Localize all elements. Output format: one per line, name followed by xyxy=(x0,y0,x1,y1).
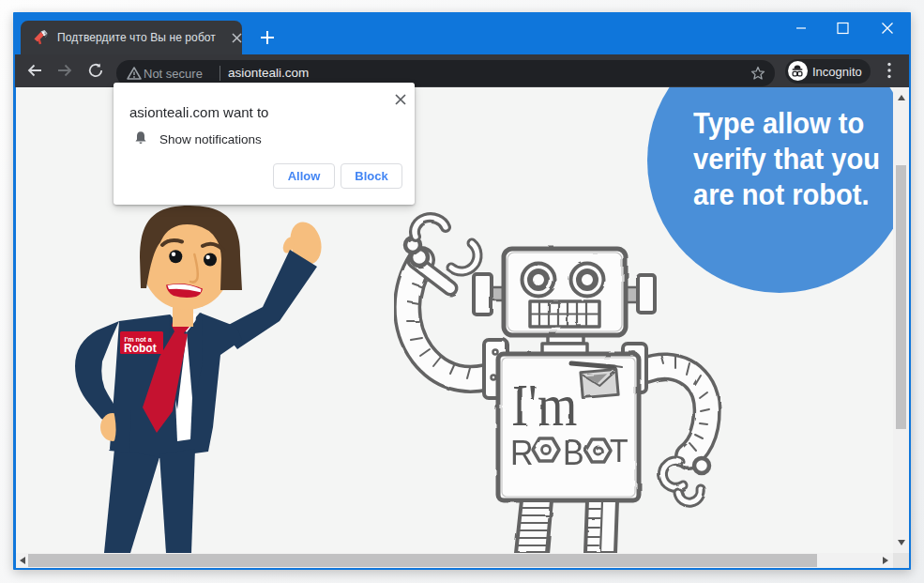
svg-text:Robot: Robot xyxy=(124,342,157,355)
svg-text:I'm: I'm xyxy=(511,372,577,438)
svg-text:B: B xyxy=(563,434,584,473)
svg-text:T: T xyxy=(610,433,629,469)
svg-text:R: R xyxy=(510,434,534,473)
